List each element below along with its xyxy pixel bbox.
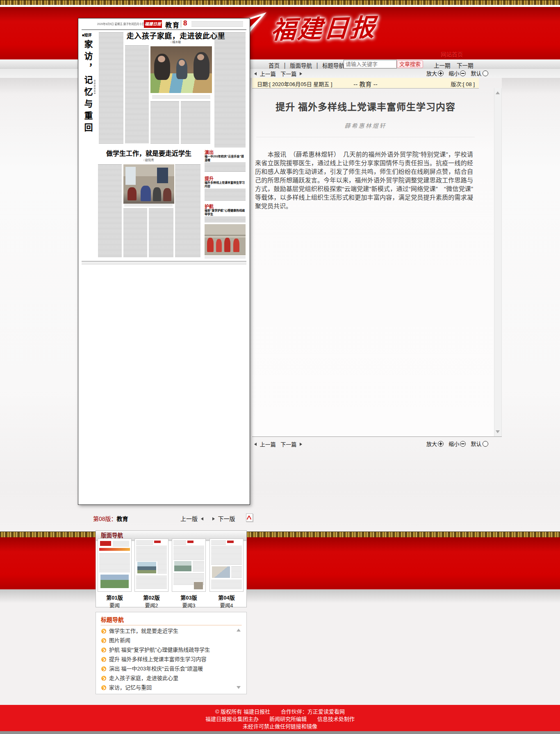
article-author: 薛希惠林煜轩: [252, 121, 479, 130]
title-nav-item[interactable]: 走入孩子家庭，走进彼此心里: [96, 673, 246, 683]
np-text-column: [125, 45, 149, 144]
page-section-name: 教育: [117, 516, 128, 522]
page-thumb-item: 第01版 要闻: [98, 539, 132, 609]
page-thumbnail-2[interactable]: [134, 539, 168, 592]
page-thumb-name[interactable]: 要闻2: [134, 601, 168, 609]
lower-fade-band: [0, 589, 560, 603]
zoom-default-button[interactable]: 默认: [471, 441, 482, 447]
page-thumb-number[interactable]: 第01版: [98, 593, 132, 601]
page-nav-panel: 版面导航 第01版 要闻 第02版 要闻2: [96, 530, 247, 607]
next-page-link[interactable]: 下一版: [218, 516, 235, 522]
article-title: 提升 福外多样线上党课丰富师生学习内容: [252, 99, 479, 113]
article-section: -- 教育 --: [252, 80, 479, 88]
zoom-out-button[interactable]: 缩小: [448, 70, 459, 77]
page-thumb-name[interactable]: 要闻4: [209, 601, 244, 609]
zoom-default-button[interactable]: 默认: [471, 70, 482, 77]
title-nav-list: 做学生工作，就是要走近学生 图片新闻 护航 福安“复学护航”心理健康热线疏导学生…: [96, 626, 246, 692]
np-text-column: [99, 32, 123, 144]
title-nav-panel: 标题导航 做学生工作，就是要走近学生 图片新闻 护航 福安“复学护航”心理健康热…: [96, 612, 247, 694]
np-photo-family: [150, 46, 212, 93]
site-footer: © 版权所有 福建日报社 合作伙伴：方正爱读爱看网 福建日报报业集团主办 新闻研…: [0, 705, 560, 731]
np-brief-title: 福外多样线上党课丰富师生学习内容: [205, 181, 246, 188]
site-masthead: 福建日报: [270, 11, 408, 47]
np-masthead: 福建日报: [144, 20, 162, 28]
article-page-number: 版次:[ 08 ]: [451, 80, 475, 88]
np-photo-caption-placeholder: [205, 257, 246, 259]
divider: [181, 20, 181, 27]
np-comment-tag: ■短评: [82, 32, 91, 38]
title-nav-item[interactable]: 提升 福外多样线上党课丰富师生学习内容: [96, 654, 246, 664]
zoom-controls-bottom: 放大 缩小 默认: [426, 440, 488, 448]
zoom-in-button[interactable]: 放大: [426, 70, 437, 77]
prev-arrow-icon: [254, 72, 257, 75]
title-nav-item[interactable]: 护航 福安“复学护航”心理健康热线疏导学生: [96, 645, 246, 654]
prev-page-link[interactable]: 上一版: [180, 516, 198, 522]
page-switcher: 上一版 下一版: [180, 514, 235, 523]
list-scroll-down-icon[interactable]: [237, 686, 241, 689]
zoom-in-icon[interactable]: [438, 441, 444, 447]
site-home-link[interactable]: 网站首页: [441, 50, 463, 58]
search-input[interactable]: [344, 60, 397, 68]
newspaper-page-image[interactable]: 2020年6月5日 星期五 庚子年闰四月十四 福建日报 教育 8 ■短评 家访，…: [78, 18, 250, 505]
page-thumb-item: 第02版 要闻2: [134, 539, 168, 609]
np-text-column: [214, 32, 246, 147]
list-scroll-up-icon[interactable]: [237, 629, 241, 632]
arrow-bullet-icon: [101, 648, 106, 652]
page-thumb-name[interactable]: 要闻3: [172, 601, 206, 609]
arrow-bullet-icon: [101, 657, 106, 662]
title-nav-item[interactable]: 做学生工作，就是要走近学生: [96, 626, 246, 636]
nav-separator: |: [284, 62, 285, 69]
np-text-column: [150, 101, 179, 144]
title-nav-item[interactable]: 家访，记忆与重回: [96, 683, 246, 692]
scroll-up-icon[interactable]: [496, 91, 500, 94]
page-thumbnail-3[interactable]: [172, 539, 206, 592]
arrow-bullet-icon: [101, 676, 106, 681]
next-article-link[interactable]: 下一篇: [280, 71, 296, 77]
article-date-bar: 日期:[ 2020年06月05日 星期五 ] -- 教育 -- 版次:[ 08 …: [252, 78, 479, 89]
zoom-default-icon[interactable]: [483, 441, 488, 447]
article-scrollbar[interactable]: [494, 88, 502, 436]
np-headline-2: 做学生工作，就是要走近学生: [97, 148, 200, 158]
zoom-in-button[interactable]: 放大: [426, 441, 437, 447]
prev-article-link[interactable]: 上一篇: [260, 441, 276, 448]
article-body: 本报讯 （薛希惠林煜轩） 几天前的福州外语外贸学院“特别党课”，学校请来省立医院…: [255, 150, 473, 210]
prev-article-link[interactable]: 上一篇: [260, 71, 276, 77]
nav-page-navigation[interactable]: 版面导航: [290, 63, 312, 69]
prev-issue-link[interactable]: 上一期: [434, 63, 451, 69]
scroll-down-icon[interactable]: [496, 430, 500, 433]
next-arrow-icon: [300, 443, 302, 446]
np-page-number: 8: [183, 19, 187, 27]
page-thumbnail-1[interactable]: [98, 539, 132, 592]
page-thumb-number[interactable]: 第03版: [172, 593, 206, 601]
np-photo-caption-placeholder: [152, 95, 210, 98]
search-button[interactable]: 文章搜索: [397, 60, 423, 68]
footer-notice: 未经许可禁止做任何链接和镜像: [0, 723, 560, 730]
next-arrow-icon: [300, 72, 302, 75]
article-switcher-bottom: 上一篇 下一篇: [254, 440, 302, 448]
nav-title-navigation[interactable]: 标题导航: [322, 63, 344, 69]
prev-arrow-icon: [254, 443, 257, 446]
title-nav-item[interactable]: 图片新闻: [96, 636, 246, 645]
np-byline-2: □欧阳青: [97, 158, 200, 162]
page-thumbnail-4[interactable]: [209, 539, 244, 592]
np-text-column: [149, 209, 173, 257]
next-issue-link[interactable]: 下一期: [457, 63, 473, 69]
page-thumb-name[interactable]: 要闻: [98, 601, 132, 609]
nav-home[interactable]: 首页: [269, 63, 280, 69]
np-photo-caption-placeholder: [124, 205, 173, 207]
footer-copyright: © 版权所有 福建日报社 合作伙伴：方正爱读爱看网: [0, 708, 560, 716]
page-thumb-number[interactable]: 第02版: [134, 593, 168, 601]
title-nav-title: 标题导航: [96, 612, 246, 623]
zoom-in-icon[interactable]: [438, 70, 444, 76]
next-article-link[interactable]: 下一篇: [280, 441, 296, 448]
article-switcher-top: 上一篇 下一篇: [254, 70, 302, 77]
zoom-out-icon[interactable]: [460, 70, 466, 76]
zoom-default-icon[interactable]: [483, 70, 488, 76]
title-nav-item[interactable]: 演出 福一中203年校庆“云音乐会”颂温暖: [96, 664, 246, 673]
zoom-out-button[interactable]: 缩小: [448, 441, 459, 447]
next-arrow-icon: [212, 517, 215, 520]
np-vertical-headline: 家访，记忆与重回: [82, 40, 94, 155]
page-thumb-number[interactable]: 第04版: [209, 593, 244, 601]
pdf-icon[interactable]: [246, 514, 253, 522]
zoom-out-icon[interactable]: [460, 441, 466, 447]
